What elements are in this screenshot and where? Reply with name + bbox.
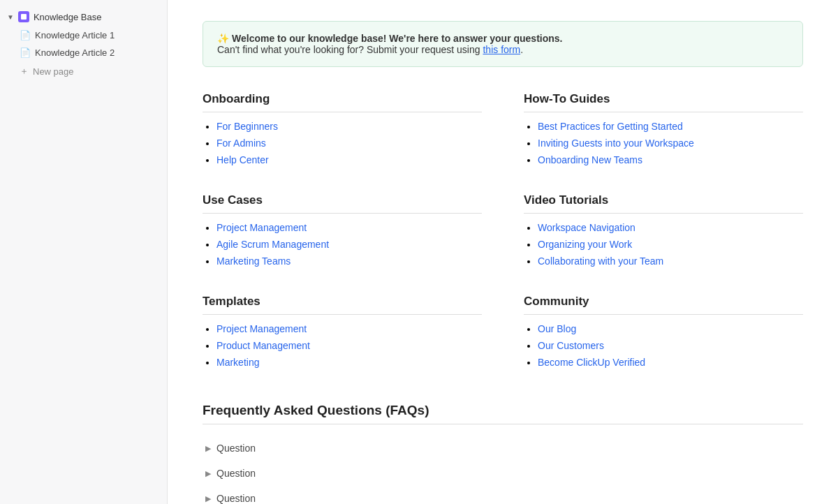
section-title-onboarding: Onboarding <box>203 92 482 112</box>
list-item: Our Blog <box>538 323 803 334</box>
welcome-link-end: . <box>520 44 523 55</box>
list-item: Help Center <box>216 154 482 165</box>
link-for-admins[interactable]: For Admins <box>216 138 266 149</box>
section-templates: Templates Project Management Product Man… <box>203 295 482 373</box>
list-item: Our Customers <box>538 340 803 351</box>
section-list-community: Our Blog Our Customers Become ClickUp Ve… <box>524 323 803 368</box>
link-our-blog[interactable]: Our Blog <box>538 323 576 334</box>
new-page-label: New page <box>33 66 74 77</box>
list-item: Best Practices for Getting Started <box>538 121 803 132</box>
sidebar-item-article-2[interactable]: 📄 Knowledge Article 2 <box>0 44 167 61</box>
document-icon: 📄 <box>20 47 31 58</box>
section-list-video: Workspace Navigation Organizing your Wor… <box>524 222 803 267</box>
link-marketing-teams[interactable]: Marketing Teams <box>216 255 291 267</box>
faq-item-2[interactable]: ▶ Question <box>203 461 803 486</box>
list-item: Marketing Teams <box>216 255 482 267</box>
sections-grid: Onboarding For Beginners For Admins Help… <box>203 92 803 396</box>
list-item: Project Management <box>216 323 482 334</box>
section-list-templates: Project Management Product Management Ma… <box>203 323 482 368</box>
section-title-use-cases: Use Cases <box>203 193 482 214</box>
chevron-right-icon: ▶ <box>205 469 211 478</box>
list-item: Agile Scrum Management <box>216 239 482 250</box>
faq-section: Frequently Asked Questions (FAQs) ▶ Ques… <box>203 403 803 504</box>
welcome-sub-text: Can't find what you're looking for? Subm… <box>217 44 483 55</box>
section-community: Community Our Blog Our Customers Become … <box>524 295 803 373</box>
main-content: ✨Welcome to our knowledge base! We're he… <box>168 0 838 504</box>
chevron-down-icon: ▼ <box>7 13 14 21</box>
section-use-cases: Use Cases Project Management Agile Scrum… <box>203 193 482 272</box>
section-title-how-to: How-To Guides <box>524 92 803 112</box>
sidebar-root-item[interactable]: ▼ Knowledge Base <box>0 7 167 27</box>
welcome-bold-text: Welcome to our knowledge base! We're her… <box>232 33 562 44</box>
link-onboarding-new-teams[interactable]: Onboarding New Teams <box>538 154 642 165</box>
list-item: Marketing <box>216 357 482 368</box>
link-product-management-tmpl[interactable]: Product Management <box>216 340 310 351</box>
list-item: Onboarding New Teams <box>538 154 803 165</box>
link-clickup-verified[interactable]: Become ClickUp Verified <box>538 357 645 368</box>
sidebar-item-label: Knowledge Article 1 <box>35 30 115 40</box>
sparkle-icon: ✨ <box>217 33 229 44</box>
list-item: Collaborating with your Team <box>538 255 803 267</box>
link-organizing-work[interactable]: Organizing your Work <box>538 239 632 250</box>
this-form-link[interactable]: this form <box>483 44 520 55</box>
section-onboarding: Onboarding For Beginners For Admins Help… <box>203 92 482 171</box>
document-icon: 📄 <box>20 30 31 40</box>
link-for-beginners[interactable]: For Beginners <box>216 121 278 132</box>
sidebar-item-label: Knowledge Article 2 <box>35 47 115 58</box>
link-agile-scrum[interactable]: Agile Scrum Management <box>216 239 329 250</box>
section-title-community: Community <box>524 295 803 315</box>
root-icon <box>18 11 29 22</box>
sidebar-item-article-1[interactable]: 📄 Knowledge Article 1 <box>0 27 167 44</box>
section-title-video: Video Tutorials <box>524 193 803 214</box>
link-inviting-guests[interactable]: Inviting Guests into your Workspace <box>538 138 694 149</box>
section-title-templates: Templates <box>203 295 482 315</box>
link-project-management-tmpl[interactable]: Project Management <box>216 323 307 334</box>
list-item: Project Management <box>216 222 482 233</box>
link-our-customers[interactable]: Our Customers <box>538 340 604 351</box>
chevron-right-icon: ▶ <box>205 494 211 503</box>
list-item: Product Management <box>216 340 482 351</box>
list-item: Inviting Guests into your Workspace <box>538 138 803 149</box>
faq-title: Frequently Asked Questions (FAQs) <box>203 403 803 424</box>
section-list-use-cases: Project Management Agile Scrum Managemen… <box>203 222 482 267</box>
faq-item-1[interactable]: ▶ Question <box>203 436 803 461</box>
faq-question-label: Question <box>216 443 256 454</box>
list-item: Organizing your Work <box>538 239 803 250</box>
link-help-center[interactable]: Help Center <box>216 154 269 165</box>
list-item: For Beginners <box>216 121 482 132</box>
faq-item-3[interactable]: ▶ Question <box>203 486 803 504</box>
link-marketing-tmpl[interactable]: Marketing <box>216 357 259 368</box>
sidebar-root-label: Knowledge Base <box>34 12 102 22</box>
link-workspace-navigation[interactable]: Workspace Navigation <box>538 222 635 233</box>
section-list-onboarding: For Beginners For Admins Help Center <box>203 121 482 165</box>
section-video-tutorials: Video Tutorials Workspace Navigation Org… <box>524 193 803 272</box>
list-item: Become ClickUp Verified <box>538 357 803 368</box>
section-how-to-guides: How-To Guides Best Practices for Getting… <box>524 92 803 171</box>
faq-question-label: Question <box>216 493 256 504</box>
chevron-right-icon: ▶ <box>205 444 211 453</box>
list-item: For Admins <box>216 138 482 149</box>
link-collaborating[interactable]: Collaborating with your Team <box>538 255 663 267</box>
link-project-management[interactable]: Project Management <box>216 222 307 233</box>
welcome-banner: ✨Welcome to our knowledge base! We're he… <box>203 21 803 67</box>
sidebar: ▼ Knowledge Base 📄 Knowledge Article 1 📄… <box>0 0 168 504</box>
faq-question-label: Question <box>216 468 256 479</box>
new-page-button[interactable]: ＋ New page <box>0 61 167 81</box>
list-item: Workspace Navigation <box>538 222 803 233</box>
link-best-practices[interactable]: Best Practices for Getting Started <box>538 121 683 132</box>
section-list-how-to: Best Practices for Getting Started Invit… <box>524 121 803 165</box>
plus-icon: ＋ <box>20 65 29 77</box>
